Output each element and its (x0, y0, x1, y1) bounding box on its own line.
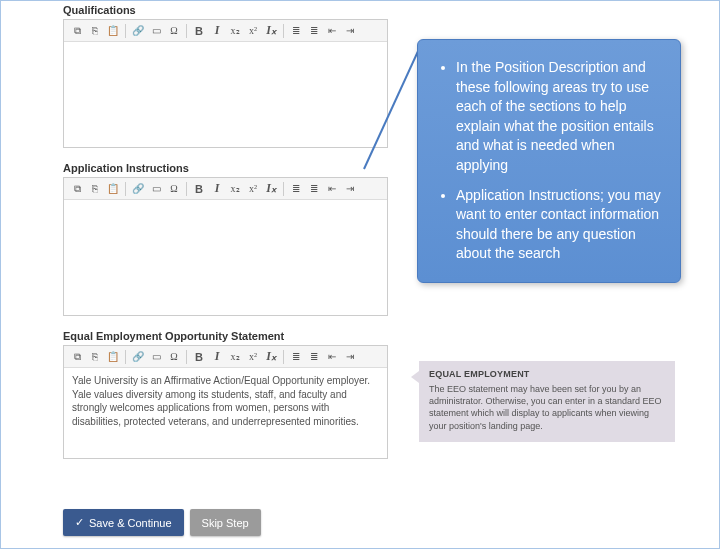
clearformat-icon[interactable]: Iₓ (262, 349, 280, 365)
toolbar-separator (125, 350, 126, 364)
subscript-icon[interactable]: x₂ (226, 23, 244, 39)
section-qualifications: Qualifications ⧉ ⎘ 📋 🔗 ▭ Ω B I x₂ x² Iₓ … (63, 4, 393, 148)
source-icon[interactable]: ⧉ (68, 349, 86, 365)
section-eeo: Equal Employment Opportunity Statement ⧉… (63, 330, 393, 459)
subscript-icon[interactable]: x₂ (226, 349, 244, 365)
copy-icon[interactable]: ⎘ (86, 181, 104, 197)
eeo-textarea[interactable]: Yale University is an Affirmative Action… (64, 368, 387, 458)
omega-icon[interactable]: Ω (165, 23, 183, 39)
toolbar-separator (283, 350, 284, 364)
editor-toolbar: ⧉ ⎘ 📋 🔗 ▭ Ω B I x₂ x² Iₓ ≣ ≣ ⇤ ⇥ (64, 178, 387, 200)
omega-icon[interactable]: Ω (165, 181, 183, 197)
image-icon[interactable]: ▭ (147, 23, 165, 39)
application-instructions-editor: ⧉ ⎘ 📋 🔗 ▭ Ω B I x₂ x² Iₓ ≣ ≣ ⇤ ⇥ (63, 177, 388, 316)
indent-icon[interactable]: ⇥ (341, 349, 359, 365)
toolbar-separator (125, 24, 126, 38)
instruction-callout: In the Position Description and these fo… (417, 39, 681, 283)
editor-toolbar: ⧉ ⎘ 📋 🔗 ▭ Ω B I x₂ x² Iₓ ≣ ≣ ⇤ ⇥ (64, 346, 387, 368)
ol-icon[interactable]: ≣ (305, 181, 323, 197)
indent-icon[interactable]: ⇥ (341, 23, 359, 39)
source-icon[interactable]: ⧉ (68, 23, 86, 39)
editor-toolbar: ⧉ ⎘ 📋 🔗 ▭ Ω B I x₂ x² Iₓ ≣ ≣ ⇤ ⇥ (64, 20, 387, 42)
paste-icon[interactable]: 📋 (104, 23, 122, 39)
toolbar-separator (186, 182, 187, 196)
omega-icon[interactable]: Ω (165, 349, 183, 365)
indent-icon[interactable]: ⇥ (341, 181, 359, 197)
eeo-hint-box: EQUAL EMPLOYMENT The EEO statement may h… (419, 361, 675, 442)
callout-bullet: In the Position Description and these fo… (456, 58, 662, 176)
check-icon: ✓ (75, 516, 84, 529)
link-icon[interactable]: 🔗 (129, 349, 147, 365)
image-icon[interactable]: ▭ (147, 349, 165, 365)
ol-icon[interactable]: ≣ (305, 349, 323, 365)
subscript-icon[interactable]: x₂ (226, 181, 244, 197)
italic-icon[interactable]: I (208, 23, 226, 39)
qualifications-title: Qualifications (63, 4, 393, 16)
toolbar-separator (125, 182, 126, 196)
qualifications-textarea[interactable] (64, 42, 387, 147)
qualifications-editor: ⧉ ⎘ 📋 🔗 ▭ Ω B I x₂ x² Iₓ ≣ ≣ ⇤ ⇥ (63, 19, 388, 148)
eeo-hint-text: The EEO statement may have been set for … (429, 383, 665, 432)
copy-icon[interactable]: ⎘ (86, 349, 104, 365)
section-application-instructions: Application Instructions ⧉ ⎘ 📋 🔗 ▭ Ω B I… (63, 162, 393, 316)
skip-step-label: Skip Step (202, 517, 249, 529)
italic-icon[interactable]: I (208, 181, 226, 197)
bold-icon[interactable]: B (190, 23, 208, 39)
paste-icon[interactable]: 📋 (104, 349, 122, 365)
callout-bullet: Application Instructions; you may want t… (456, 186, 662, 264)
superscript-icon[interactable]: x² (244, 23, 262, 39)
source-icon[interactable]: ⧉ (68, 181, 86, 197)
clearformat-icon[interactable]: Iₓ (262, 181, 280, 197)
ul-icon[interactable]: ≣ (287, 181, 305, 197)
eeo-title: Equal Employment Opportunity Statement (63, 330, 393, 342)
toolbar-separator (283, 182, 284, 196)
italic-icon[interactable]: I (208, 349, 226, 365)
link-icon[interactable]: 🔗 (129, 23, 147, 39)
outdent-icon[interactable]: ⇤ (323, 23, 341, 39)
skip-step-button[interactable]: Skip Step (190, 509, 261, 536)
application-instructions-title: Application Instructions (63, 162, 393, 174)
eeo-editor: ⧉ ⎘ 📋 🔗 ▭ Ω B I x₂ x² Iₓ ≣ ≣ ⇤ ⇥ Yale Un… (63, 345, 388, 459)
paste-icon[interactable]: 📋 (104, 181, 122, 197)
outdent-icon[interactable]: ⇤ (323, 349, 341, 365)
link-icon[interactable]: 🔗 (129, 181, 147, 197)
copy-icon[interactable]: ⎘ (86, 23, 104, 39)
ol-icon[interactable]: ≣ (305, 23, 323, 39)
clearformat-icon[interactable]: Iₓ (262, 23, 280, 39)
eeo-hint-title: EQUAL EMPLOYMENT (429, 368, 665, 380)
toolbar-separator (283, 24, 284, 38)
bold-icon[interactable]: B (190, 349, 208, 365)
toolbar-separator (186, 24, 187, 38)
image-icon[interactable]: ▭ (147, 181, 165, 197)
superscript-icon[interactable]: x² (244, 181, 262, 197)
application-instructions-textarea[interactable] (64, 200, 387, 315)
superscript-icon[interactable]: x² (244, 349, 262, 365)
save-continue-button[interactable]: ✓ Save & Continue (63, 509, 184, 536)
bold-icon[interactable]: B (190, 181, 208, 197)
save-continue-label: Save & Continue (89, 517, 172, 529)
ul-icon[interactable]: ≣ (287, 23, 305, 39)
toolbar-separator (186, 350, 187, 364)
ul-icon[interactable]: ≣ (287, 349, 305, 365)
outdent-icon[interactable]: ⇤ (323, 181, 341, 197)
